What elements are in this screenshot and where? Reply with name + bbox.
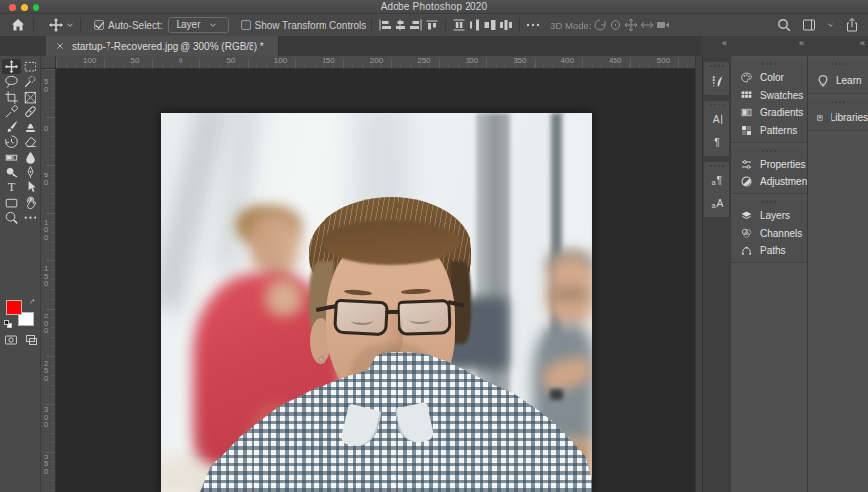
collapse-dock-icon[interactable]: « — [722, 38, 726, 48]
drag-handle[interactable] — [808, 63, 868, 67]
close-tab-icon[interactable] — [54, 40, 66, 52]
ruler-label: 300 — [464, 56, 478, 65]
character-panel-icon[interactable]: A — [704, 108, 730, 131]
panel-tab-channels[interactable]: Channels — [731, 224, 807, 242]
panel-tab-adjustments[interactable]: Adjustments — [731, 173, 807, 190]
canvas-image[interactable] — [161, 113, 592, 492]
drag-handle[interactable] — [731, 63, 807, 67]
foreground-color-swatch[interactable] — [6, 300, 22, 315]
screen-mode-icon[interactable] — [24, 332, 39, 348]
align-left-edges-icon[interactable] — [377, 17, 393, 33]
clone-stamp-tool[interactable] — [21, 119, 39, 134]
frame-tool[interactable] — [21, 90, 39, 105]
quick-mask-mode-icon[interactable] — [3, 332, 19, 348]
brush-tool[interactable] — [2, 119, 21, 134]
rectangular-marquee-tool[interactable] — [21, 59, 39, 74]
workspace-switcher-icon[interactable] — [801, 17, 817, 33]
quick-selection-tool[interactable] — [21, 74, 39, 89]
panel-tab-color[interactable]: Color — [731, 68, 807, 86]
panel-tab-label: Libraries — [831, 112, 868, 123]
hand-tool[interactable] — [21, 195, 39, 210]
eyedropper-tool[interactable] — [2, 105, 21, 119]
zoom-tool[interactable] — [2, 210, 21, 225]
collapse-dock-icon[interactable]: « — [860, 38, 864, 48]
search-icon[interactable] — [776, 17, 792, 33]
show-transform-label: Show Transform Controls — [255, 20, 367, 31]
more-align-options-icon[interactable] — [525, 17, 541, 33]
panel-tab-patterns[interactable]: Patterns — [731, 121, 807, 139]
ruler-corner[interactable] — [41, 56, 56, 69]
eraser-tool[interactable] — [21, 134, 39, 149]
drag-handle[interactable] — [704, 165, 729, 169]
gradient-tool[interactable] — [2, 150, 21, 165]
canvas-edge — [695, 56, 702, 492]
panel-tab-label: Patterns — [760, 125, 797, 136]
move-tool-icon[interactable] — [48, 17, 64, 33]
drag-handle[interactable] — [731, 150, 807, 154]
paragraph-styles-panel-icon[interactable]: a¶ — [704, 170, 730, 192]
3d-camera-icon[interactable] — [655, 17, 671, 33]
photo-man-earring — [318, 356, 325, 363]
home-icon[interactable] — [8, 17, 28, 33]
ruler-label: 5 0 — [42, 78, 50, 93]
swap-colors-icon[interactable] — [29, 298, 37, 307]
panel-group: ColorSwatchesGradientsPatterns — [731, 61, 807, 143]
distribute-vertical-centers-icon[interactable] — [467, 17, 482, 33]
3d-orbit-icon[interactable] — [592, 17, 608, 33]
blur-tool[interactable] — [21, 150, 39, 165]
brush-settings-panel-icon[interactable] — [704, 70, 730, 93]
character-styles-panel-icon[interactable]: aA — [704, 192, 730, 215]
panel-tab-paths[interactable]: Paths — [731, 242, 807, 259]
3d-roll-icon[interactable] — [608, 17, 623, 33]
collapse-dock-icon[interactable]: « — [799, 38, 803, 48]
panel-tab-gradients[interactable]: Gradients — [731, 104, 807, 121]
auto-select-target-dropdown[interactable]: Layer — [168, 17, 228, 33]
dodge-tool[interactable] — [2, 165, 21, 179]
lasso-tool[interactable] — [2, 74, 21, 89]
auto-select-checkbox[interactable] — [94, 20, 104, 30]
move-tool[interactable] — [2, 59, 21, 74]
drag-handle[interactable] — [731, 201, 807, 205]
canvas-pasteboard[interactable] — [56, 69, 695, 492]
rectangle-tool[interactable] — [2, 195, 21, 210]
drag-handle[interactable] — [704, 65, 729, 69]
drag-handle[interactable] — [808, 101, 868, 105]
vertical-ruler[interactable]: 5 005 01 0 01 5 02 0 02 5 03 0 03 5 0 — [41, 69, 56, 492]
spot-healing-tool[interactable] — [21, 105, 39, 119]
share-icon[interactable] — [844, 17, 860, 33]
crop-tool[interactable] — [2, 90, 21, 105]
panel-tab-learn[interactable]: Learn — [808, 68, 868, 94]
default-colors-icon[interactable] — [4, 320, 13, 329]
show-transform-checkbox[interactable] — [241, 20, 251, 30]
panel-tab-swatches[interactable]: Swatches — [731, 86, 807, 104]
panel-tab-libraries[interactable]: Libraries — [808, 105, 868, 131]
type-tool[interactable]: T — [2, 179, 21, 194]
ruler-label: 3 0 0 — [42, 406, 50, 429]
titlebar: Adobe Photoshop 2020 — [0, 0, 868, 14]
align-horizontal-centers-icon[interactable] — [393, 17, 408, 33]
panel-tab-layers[interactable]: Layers — [731, 206, 807, 224]
3d-pan-icon[interactable] — [623, 17, 639, 33]
svg-text:A: A — [716, 198, 723, 209]
chevron-down-icon[interactable] — [65, 20, 75, 30]
auto-select-label: Auto-Select: — [108, 20, 162, 31]
panel-tab-properties[interactable]: Properties — [731, 155, 807, 173]
chevron-down-icon[interactable] — [826, 20, 835, 30]
distribute-top-edges-icon[interactable] — [451, 17, 467, 33]
drag-handle[interactable] — [704, 104, 729, 107]
paragraph-panel-icon[interactable]: ¶ — [704, 131, 730, 154]
distribute-spacing-icon[interactable] — [498, 17, 514, 33]
document-tab[interactable]: startup-7-Recovered.jpg @ 300% (RGB/8) * — [46, 36, 279, 56]
chevron-down-icon — [208, 20, 218, 30]
horizontal-ruler[interactable]: 10050050100150200250300350400450500550 — [56, 56, 695, 69]
path-selection-tool[interactable] — [21, 179, 39, 194]
align-top-edges-icon[interactable] — [424, 17, 440, 33]
align-right-edges-icon[interactable] — [408, 17, 424, 33]
pen-tool[interactable] — [21, 165, 39, 179]
color-swatch-widget — [4, 298, 37, 329]
history-brush-tool[interactable] — [2, 134, 21, 149]
3d-slide-icon[interactable] — [639, 17, 655, 33]
distribute-horizontal-centers-icon[interactable] — [482, 17, 498, 33]
edit-toolbar-tool[interactable] — [21, 210, 39, 225]
ruler-label: 250 — [415, 56, 430, 65]
